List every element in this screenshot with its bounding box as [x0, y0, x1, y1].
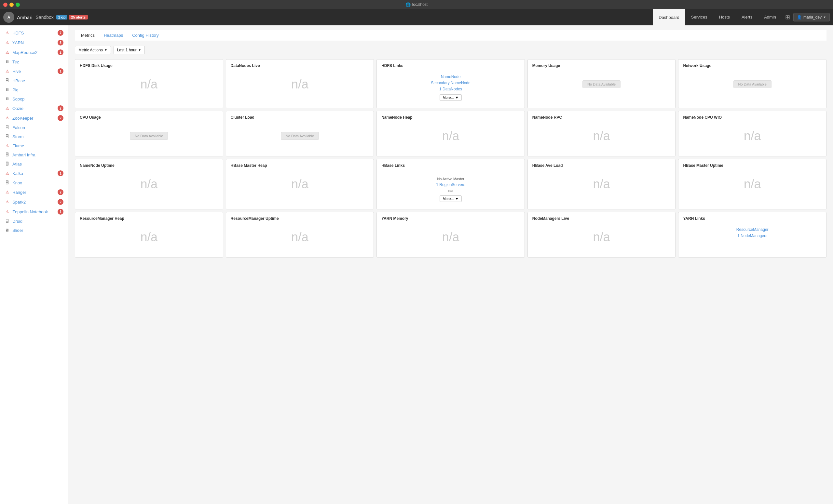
sidebar-item-label: ZooKeeper	[13, 116, 55, 121]
secondary-namenode-link[interactable]: Secondary NameNode	[431, 81, 470, 85]
sidebar-item-label: Oozie	[13, 106, 55, 111]
sidebar-item-hive[interactable]: ⚠ Hive 1	[0, 66, 68, 76]
alert-icon: ⚠	[4, 40, 10, 45]
count-badge: 2	[57, 105, 64, 111]
metric-no-data: No Data Available	[231, 123, 369, 149]
resourcemanager-link[interactable]: ResourceManager	[736, 227, 768, 232]
sidebar-item-atlas[interactable]: 🗄 Atlas	[0, 159, 68, 169]
count-badge: 2	[57, 199, 64, 205]
content-area: Metrics Heatmaps Config History Metric A…	[68, 25, 833, 504]
metric-namenode-heap: NameNode Heap n/a	[377, 111, 525, 156]
sidebar-item-ambari-infra[interactable]: 🗄 Ambari Infra	[0, 150, 68, 159]
count-badge: 5	[57, 40, 64, 46]
metric-title: HDFS Disk Usage	[80, 64, 218, 68]
alert-icon: ⚠	[4, 106, 10, 111]
alerts-badge[interactable]: 25 alerts	[69, 15, 88, 20]
sidebar-item-label: Knox	[13, 180, 64, 185]
sidebar-item-yarn[interactable]: ⚠ YARN 5	[0, 38, 68, 48]
monitor-icon: 🖥	[4, 96, 10, 101]
sidebar-item-label: Flume	[13, 143, 64, 148]
metric-na-value: n/a	[80, 224, 218, 250]
grid-icon[interactable]: ⊞	[785, 14, 790, 21]
metric-resourcemanager-heap: ResourceManager Heap n/a	[75, 212, 223, 257]
more-button[interactable]: More... ▼	[439, 94, 461, 101]
nav-tab-hosts[interactable]: Hosts	[713, 9, 736, 25]
sidebar: ⚠ HDFS 7 ⚠ YARN 5 ⚠ MapReduce2 2 🖥 Tez ⚠…	[0, 25, 68, 504]
metric-links: ResourceManager 1 NodeManagers	[683, 224, 822, 241]
tab-heatmaps[interactable]: Heatmaps	[99, 30, 127, 41]
nav-tab-services[interactable]: Services	[685, 9, 713, 25]
sidebar-item-mapreduce2[interactable]: ⚠ MapReduce2 2	[0, 48, 68, 57]
window-controls	[3, 3, 20, 7]
nav-tab-admin[interactable]: Admin	[758, 9, 782, 25]
chevron-down-icon: ▼	[823, 16, 826, 19]
metric-nodemanagers-live: NodeManagers Live n/a	[527, 212, 676, 257]
metric-hbase-links: HBase Links No Active Master 1 RegionSer…	[377, 159, 525, 209]
sidebar-item-falcon[interactable]: 🗄 Falcon	[0, 123, 68, 132]
sidebar-item-slider[interactable]: 🖥 Slider	[0, 226, 68, 235]
globe-icon: 🌐	[405, 2, 411, 7]
metric-title: HDFS Links	[381, 64, 520, 68]
sidebar-item-zeppelin[interactable]: ⚠ Zeppelin Notebook 1	[0, 207, 68, 217]
tab-metrics[interactable]: Metrics	[76, 30, 99, 41]
metric-title: YARN Memory	[381, 216, 520, 221]
alert-icon: ⚠	[4, 30, 10, 35]
monitor-icon: 🖥	[4, 87, 10, 92]
datanodes-link[interactable]: 1 DataNodes	[439, 87, 462, 91]
metric-title: NameNode RPC	[532, 115, 671, 120]
sidebar-item-kafka[interactable]: ⚠ Kafka 1	[0, 169, 68, 178]
metric-na-value: n/a	[80, 171, 218, 197]
time-range-button[interactable]: Last 1 hour ▼	[114, 46, 145, 54]
sidebar-item-ranger[interactable]: ⚠ Ranger 2	[0, 187, 68, 197]
db-icon: 🗄	[4, 161, 10, 167]
chevron-down-icon: ▼	[455, 96, 459, 100]
metric-title: ResourceManager Uptime	[231, 216, 369, 221]
nav-tab-dashboard[interactable]: Dashboard	[653, 9, 685, 25]
metric-yarn-links: YARN Links ResourceManager 1 NodeManager…	[678, 212, 827, 257]
metric-hdfs-disk-usage: HDFS Disk Usage n/a	[75, 59, 223, 108]
metric-actions-button[interactable]: Metric Actions ▼	[75, 46, 111, 54]
sidebar-item-label: Hive	[13, 69, 55, 74]
namenode-link[interactable]: NameNode	[441, 74, 461, 79]
no-active-master-label: No Active Master	[437, 177, 464, 181]
sidebar-item-label: Zeppelin Notebook	[13, 209, 55, 214]
metric-datanodes-live: DataNodes Live n/a	[226, 59, 374, 108]
monitor-icon: 🖥	[4, 59, 10, 65]
metric-na-value: n/a	[231, 71, 369, 97]
sidebar-item-oozie[interactable]: ⚠ Oozie 2	[0, 103, 68, 113]
sidebar-item-storm[interactable]: 🗄 Storm	[0, 132, 68, 141]
more-button[interactable]: More... ▼	[439, 196, 461, 202]
metric-title: ResourceManager Heap	[80, 216, 218, 221]
metric-na-value: n/a	[381, 224, 520, 250]
metric-hbase-master-heap: HBase Master Heap n/a	[226, 159, 374, 209]
op-badge[interactable]: 1 op	[56, 15, 68, 20]
sidebar-item-zookeeper[interactable]: ⚠ ZooKeeper 2	[0, 113, 68, 123]
sidebar-item-tez[interactable]: 🖥 Tez	[0, 57, 68, 66]
alert-icon: ⚠	[4, 116, 10, 121]
regionservers-link[interactable]: 1 RegionServers	[436, 182, 465, 187]
nav-tab-alerts[interactable]: Alerts	[736, 9, 758, 25]
sidebar-item-hdfs[interactable]: ⚠ HDFS 7	[0, 28, 68, 38]
brand: A Ambari	[3, 12, 32, 23]
tab-config-history[interactable]: Config History	[127, 30, 163, 41]
sidebar-item-label: Kafka	[13, 171, 55, 176]
nodemanagers-link[interactable]: 1 NodeManagers	[737, 233, 767, 238]
close-button[interactable]	[3, 3, 7, 7]
chevron-down-icon: ▼	[455, 197, 459, 201]
brand-name: Ambari	[17, 15, 32, 20]
sidebar-item-pig[interactable]: 🖥 Pig	[0, 85, 68, 94]
minimize-button[interactable]	[9, 3, 14, 7]
user-menu-button[interactable]: 👤 maria_dev ▼	[793, 13, 830, 22]
metric-cpu-usage: CPU Usage No Data Available	[75, 111, 223, 156]
sidebar-item-label: Storm	[13, 134, 64, 139]
sidebar-item-sqoop[interactable]: 🖥 Sqoop	[0, 94, 68, 103]
sidebar-item-spark2[interactable]: ⚠ Spark2 2	[0, 197, 68, 207]
metric-hbase-ave-load: HBase Ave Load n/a	[527, 159, 676, 209]
sidebar-item-hbase[interactable]: 🗄 HBase	[0, 76, 68, 85]
metric-namenode-cpu-wio: NameNode CPU WIO n/a	[678, 111, 827, 156]
sidebar-item-knox[interactable]: 🗄 Knox	[0, 178, 68, 187]
maximize-button[interactable]	[16, 3, 20, 7]
sidebar-item-druid[interactable]: 🗄 Druid	[0, 217, 68, 226]
db-icon: 🗄	[4, 125, 10, 130]
sidebar-item-flume[interactable]: ⚠ Flume	[0, 141, 68, 150]
